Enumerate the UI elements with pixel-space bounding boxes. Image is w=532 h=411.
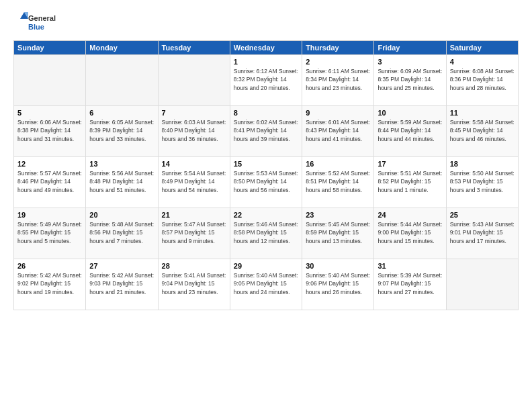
day-number: 14 (162, 160, 226, 168)
day-number: 21 (162, 211, 226, 219)
day-info: Sunrise: 5:46 AM Sunset: 8:58 PM Dayligh… (234, 220, 298, 245)
day-number: 10 (378, 109, 442, 117)
day-number: 8 (234, 109, 298, 117)
calendar-cell: 4Sunrise: 6:08 AM Sunset: 8:36 PM Daylig… (446, 55, 518, 106)
calendar-cell: 20Sunrise: 5:48 AM Sunset: 8:56 PM Dayli… (86, 208, 158, 259)
logo-graphic: General Blue (13, 11, 74, 35)
calendar-cell: 16Sunrise: 5:52 AM Sunset: 8:51 PM Dayli… (302, 157, 374, 208)
day-number: 19 (17, 211, 82, 219)
day-number: 31 (378, 262, 442, 270)
day-number: 16 (306, 160, 370, 168)
day-number: 18 (450, 160, 515, 168)
day-info: Sunrise: 5:39 AM Sunset: 9:07 PM Dayligh… (378, 271, 442, 296)
day-number: 11 (450, 109, 515, 117)
week-row-1: 5Sunrise: 6:06 AM Sunset: 8:38 PM Daylig… (14, 106, 519, 157)
calendar-cell: 22Sunrise: 5:46 AM Sunset: 8:58 PM Dayli… (230, 208, 302, 259)
day-info: Sunrise: 5:52 AM Sunset: 8:51 PM Dayligh… (306, 169, 370, 194)
day-number: 23 (306, 211, 370, 219)
calendar-cell: 21Sunrise: 5:47 AM Sunset: 8:57 PM Dayli… (158, 208, 230, 259)
calendar-cell: 14Sunrise: 5:54 AM Sunset: 8:49 PM Dayli… (158, 157, 230, 208)
calendar-cell: 31Sunrise: 5:39 AM Sunset: 9:07 PM Dayli… (374, 259, 446, 310)
svg-text:Blue: Blue (28, 23, 44, 31)
day-number: 28 (162, 262, 226, 270)
header-cell-saturday: Saturday (446, 41, 518, 55)
calendar-cell: 11Sunrise: 5:58 AM Sunset: 8:45 PM Dayli… (446, 106, 518, 157)
day-info: Sunrise: 5:57 AM Sunset: 8:46 PM Dayligh… (17, 169, 82, 194)
day-info: Sunrise: 5:59 AM Sunset: 8:44 PM Dayligh… (378, 118, 442, 143)
day-number: 4 (450, 58, 515, 66)
calendar-cell: 25Sunrise: 5:43 AM Sunset: 9:01 PM Dayli… (446, 208, 518, 259)
calendar-cell: 28Sunrise: 5:41 AM Sunset: 9:04 PM Dayli… (158, 259, 230, 310)
day-info: Sunrise: 5:47 AM Sunset: 8:57 PM Dayligh… (162, 220, 226, 245)
calendar-cell: 13Sunrise: 5:56 AM Sunset: 8:48 PM Dayli… (86, 157, 158, 208)
day-number: 15 (234, 160, 298, 168)
day-info: Sunrise: 6:03 AM Sunset: 8:40 PM Dayligh… (162, 118, 226, 143)
svg-text:General: General (28, 14, 56, 22)
day-number: 30 (306, 262, 370, 270)
day-info: Sunrise: 5:58 AM Sunset: 8:45 PM Dayligh… (450, 118, 515, 143)
day-info: Sunrise: 6:08 AM Sunset: 8:36 PM Dayligh… (450, 67, 515, 92)
calendar-cell: 29Sunrise: 5:40 AM Sunset: 9:05 PM Dayli… (230, 259, 302, 310)
day-info: Sunrise: 5:50 AM Sunset: 8:53 PM Dayligh… (450, 169, 515, 194)
calendar-cell: 9Sunrise: 6:01 AM Sunset: 8:43 PM Daylig… (302, 106, 374, 157)
day-info: Sunrise: 5:40 AM Sunset: 9:06 PM Dayligh… (306, 271, 370, 296)
calendar-cell: 10Sunrise: 5:59 AM Sunset: 8:44 PM Dayli… (374, 106, 446, 157)
day-number: 6 (89, 109, 154, 117)
day-number: 20 (89, 211, 154, 219)
calendar-cell: 23Sunrise: 5:45 AM Sunset: 8:59 PM Dayli… (302, 208, 374, 259)
day-info: Sunrise: 5:42 AM Sunset: 9:03 PM Dayligh… (89, 271, 154, 296)
day-info: Sunrise: 5:42 AM Sunset: 9:02 PM Dayligh… (17, 271, 82, 296)
day-info: Sunrise: 5:53 AM Sunset: 8:50 PM Dayligh… (234, 169, 298, 194)
day-number: 17 (378, 160, 442, 168)
calendar-cell: 26Sunrise: 5:42 AM Sunset: 9:02 PM Dayli… (14, 259, 86, 310)
day-number: 3 (378, 58, 442, 66)
calendar-cell: 5Sunrise: 6:06 AM Sunset: 8:38 PM Daylig… (14, 106, 86, 157)
day-info: Sunrise: 5:45 AM Sunset: 8:59 PM Dayligh… (306, 220, 370, 245)
week-row-4: 26Sunrise: 5:42 AM Sunset: 9:02 PM Dayli… (14, 259, 519, 310)
header-cell-friday: Friday (374, 41, 446, 55)
header-cell-thursday: Thursday (302, 41, 374, 55)
calendar-cell: 19Sunrise: 5:49 AM Sunset: 8:55 PM Dayli… (14, 208, 86, 259)
day-info: Sunrise: 6:09 AM Sunset: 8:35 PM Dayligh… (378, 67, 442, 92)
calendar-cell: 30Sunrise: 5:40 AM Sunset: 9:06 PM Dayli… (302, 259, 374, 310)
day-info: Sunrise: 6:06 AM Sunset: 8:38 PM Dayligh… (17, 118, 82, 143)
day-number: 24 (378, 211, 442, 219)
day-number: 9 (306, 109, 370, 117)
header-cell-monday: Monday (86, 41, 158, 55)
calendar-cell: 27Sunrise: 5:42 AM Sunset: 9:03 PM Dayli… (86, 259, 158, 310)
calendar-cell: 1Sunrise: 6:12 AM Sunset: 8:32 PM Daylig… (230, 55, 302, 106)
page: General Blue SundayMondayTuesdayWednesda… (0, 0, 532, 411)
day-info: Sunrise: 6:01 AM Sunset: 8:43 PM Dayligh… (306, 118, 370, 143)
day-info: Sunrise: 6:05 AM Sunset: 8:39 PM Dayligh… (89, 118, 154, 143)
calendar-cell: 12Sunrise: 5:57 AM Sunset: 8:46 PM Dayli… (14, 157, 86, 208)
day-number: 5 (17, 109, 82, 117)
header-cell-tuesday: Tuesday (158, 41, 230, 55)
day-info: Sunrise: 5:49 AM Sunset: 8:55 PM Dayligh… (17, 220, 82, 245)
day-info: Sunrise: 5:44 AM Sunset: 9:00 PM Dayligh… (378, 220, 442, 245)
week-row-2: 12Sunrise: 5:57 AM Sunset: 8:46 PM Dayli… (14, 157, 519, 208)
calendar-cell: 17Sunrise: 5:51 AM Sunset: 8:52 PM Dayli… (374, 157, 446, 208)
header: General Blue (13, 11, 519, 35)
calendar-cell: 2Sunrise: 6:11 AM Sunset: 8:34 PM Daylig… (302, 55, 374, 106)
calendar-table: SundayMondayTuesdayWednesdayThursdayFrid… (13, 40, 519, 310)
week-row-0: 1Sunrise: 6:12 AM Sunset: 8:32 PM Daylig… (14, 55, 519, 106)
day-number: 2 (306, 58, 370, 66)
calendar-cell: 3Sunrise: 6:09 AM Sunset: 8:35 PM Daylig… (374, 55, 446, 106)
calendar-cell: 6Sunrise: 6:05 AM Sunset: 8:39 PM Daylig… (86, 106, 158, 157)
day-number: 29 (234, 262, 298, 270)
day-number: 22 (234, 211, 298, 219)
day-number: 7 (162, 109, 226, 117)
calendar-cell: 8Sunrise: 6:02 AM Sunset: 8:41 PM Daylig… (230, 106, 302, 157)
calendar-cell: 18Sunrise: 5:50 AM Sunset: 8:53 PM Dayli… (446, 157, 518, 208)
day-number: 25 (450, 211, 515, 219)
day-info: Sunrise: 5:54 AM Sunset: 8:49 PM Dayligh… (162, 169, 226, 194)
week-row-3: 19Sunrise: 5:49 AM Sunset: 8:55 PM Dayli… (14, 208, 519, 259)
day-info: Sunrise: 5:40 AM Sunset: 9:05 PM Dayligh… (234, 271, 298, 296)
day-info: Sunrise: 5:43 AM Sunset: 9:01 PM Dayligh… (450, 220, 515, 245)
day-number: 12 (17, 160, 82, 168)
day-info: Sunrise: 5:51 AM Sunset: 8:52 PM Dayligh… (378, 169, 442, 194)
day-number: 26 (17, 262, 82, 270)
calendar-cell (14, 55, 86, 106)
header-row: SundayMondayTuesdayWednesdayThursdayFrid… (14, 41, 519, 55)
day-info: Sunrise: 6:02 AM Sunset: 8:41 PM Dayligh… (234, 118, 298, 143)
